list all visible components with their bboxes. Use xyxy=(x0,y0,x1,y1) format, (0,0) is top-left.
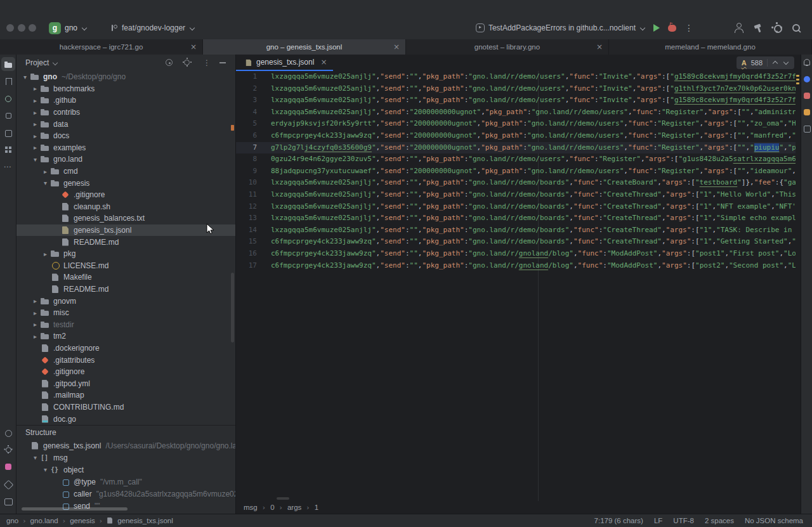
breadcrumb-item[interactable]: 1 xyxy=(315,504,318,511)
bookmarks-tool-window-button[interactable] xyxy=(1,74,15,88)
tree-item-cmd[interactable]: ▸cmd xyxy=(16,166,235,178)
code-line-15[interactable]: 15c6fmpcprgey4ck233jaww9zq","send":"","p… xyxy=(236,236,796,248)
nav-item[interactable]: gno xyxy=(6,517,18,524)
dependencies-tool-window-button[interactable] xyxy=(801,123,812,134)
json-schema[interactable]: No JSON schema xyxy=(745,517,803,524)
editor-tab-genesis-txs[interactable]: genesis_txs.jsonl × xyxy=(236,55,333,71)
tree-item-contributing-md[interactable]: CONTRIBUTING.md xyxy=(16,401,235,413)
tree-item-caller[interactable]: caller"g1us8428u2a5satrlxzagqqa5m6vmuze0… xyxy=(16,488,235,500)
tree-item-examples[interactable]: ▸examples xyxy=(16,142,235,154)
debug-button[interactable] xyxy=(668,25,676,32)
notifications-tool-window-button[interactable] xyxy=(801,57,812,68)
line-number[interactable]: 4 xyxy=(236,107,257,119)
pull-requests-tool-window-button[interactable] xyxy=(1,108,15,122)
line-number[interactable]: 9 xyxy=(236,166,257,178)
grid-tool-window-button[interactable] xyxy=(1,143,15,157)
chevron-right-icon[interactable]: ▸ xyxy=(30,120,40,127)
code-area[interactable]: 1lxzagqqa5m6vmuze025anjlj","send":"","pk… xyxy=(236,71,796,501)
window-tab[interactable]: gnotest – library.gno× xyxy=(406,39,609,55)
code-line-4[interactable]: 4lxzagqqa5m6vmuze025anjlj","send":"20000… xyxy=(236,107,796,119)
project-widget[interactable]: g gno xyxy=(49,22,87,34)
chevron-down-icon[interactable]: ▾ xyxy=(30,454,40,461)
inspection-widget[interactable]: A 588 xyxy=(737,56,794,69)
line-number[interactable]: 17 xyxy=(236,260,257,272)
error-stripe[interactable] xyxy=(796,71,801,501)
tree-item-gno[interactable]: ▾gno~/Desktop/gno/gno xyxy=(16,71,235,83)
code-line-6[interactable]: 6c6fmpcprgey4ck233jaww9zq","send":"20000… xyxy=(236,130,796,142)
tree-item-misc[interactable]: ▸misc xyxy=(16,307,235,319)
tree-item-docs[interactable]: ▸docs xyxy=(16,130,235,142)
tree-item-doc-go[interactable]: doc.go xyxy=(16,413,235,425)
tree-item--gitattributes[interactable]: .gitattributes xyxy=(16,354,235,366)
run-button[interactable] xyxy=(653,24,660,32)
line-number[interactable]: 14 xyxy=(236,224,257,237)
tree-item-pkg[interactable]: ▸pkg xyxy=(16,248,235,260)
chevron-right-icon[interactable]: ▸ xyxy=(30,133,40,140)
code-line-1[interactable]: 1lxzagqqa5m6vmuze025anjlj","send":"","pk… xyxy=(236,71,796,83)
code-with-me-icon[interactable] xyxy=(734,23,745,34)
problems-tool-window-button[interactable] xyxy=(1,477,15,491)
tree-item-gno-land[interactable]: ▾gno.land xyxy=(16,153,235,166)
line-number[interactable]: 7 xyxy=(236,142,257,154)
chevron-down-icon[interactable]: ▾ xyxy=(41,466,50,473)
code-line-14[interactable]: 14lxzagqqa5m6vmuze025anjlj","send":"","p… xyxy=(236,224,796,237)
scrollbar-thumb[interactable] xyxy=(231,273,234,342)
chevron-down-icon[interactable]: ▾ xyxy=(41,179,50,186)
caret-position[interactable]: 7:179 (6 chars) xyxy=(594,517,643,524)
chevron-down-icon[interactable]: ▾ xyxy=(30,156,40,163)
code-line-5[interactable]: 5erdyajp9ksvjsf20rk5y9rtt","send":"20000… xyxy=(236,118,796,130)
code-line-13[interactable]: 13lxzagqqa5m6vmuze025anjlj","send":"","p… xyxy=(236,212,796,224)
chevron-right-icon[interactable]: ▸ xyxy=(30,309,40,316)
line-number[interactable]: 16 xyxy=(236,248,257,260)
code-line-16[interactable]: 16c6fmpcprgey4ck233jaww9zq","send":"","p… xyxy=(236,248,796,260)
locate-icon[interactable] xyxy=(164,58,174,68)
run-configuration-widget[interactable]: TestAddPackageErrors in github.c...nocli… xyxy=(476,23,645,32)
indent[interactable]: 2 spaces xyxy=(705,517,734,524)
line-number[interactable]: 3 xyxy=(236,94,257,107)
code-line-9[interactable]: 988jadqpucng37yxutucuwaef","send":"20000… xyxy=(236,166,796,178)
warning-mark[interactable] xyxy=(796,79,799,81)
breadcrumb-item[interactable]: 0 xyxy=(270,504,274,511)
more-tool-window-button[interactable] xyxy=(1,160,15,174)
window-tab[interactable]: memeland – memeland.gno xyxy=(609,39,812,55)
close-window-button[interactable] xyxy=(6,24,14,32)
tree-item--dockerignore[interactable]: .dockerignore xyxy=(16,342,235,355)
line-number[interactable]: 1 xyxy=(236,71,257,83)
line-number[interactable]: 11 xyxy=(236,189,257,201)
settings-gear-icon[interactable] xyxy=(772,23,783,34)
services-tool-window-button[interactable] xyxy=(1,126,15,140)
tree-item-object[interactable]: ▾object xyxy=(16,464,235,476)
nav-item[interactable]: gno.land xyxy=(30,517,58,524)
previous-problem-icon[interactable] xyxy=(772,60,778,66)
chevron-down-icon[interactable]: ▾ xyxy=(20,74,30,81)
code-line-8[interactable]: 80gzu24r9e4n62ggye230zuv5","send":"","pk… xyxy=(236,153,796,166)
tree-item-genesis-balances-txt[interactable]: genesis_balances.txt xyxy=(16,212,235,224)
vcs-widget[interactable]: feat/gnodev-logger xyxy=(110,23,195,32)
code-line-17[interactable]: 17c6fmpcprgey4ck233jaww9zq","send":"","p… xyxy=(236,260,796,272)
breadcrumb-item[interactable]: msg xyxy=(244,504,258,511)
tree-item-data[interactable]: ▸data xyxy=(16,118,235,130)
chevron-right-icon[interactable]: ▸ xyxy=(30,97,40,104)
close-icon[interactable]: × xyxy=(320,58,327,67)
chevron-right-icon[interactable]: ▸ xyxy=(30,109,40,116)
chevron-right-icon[interactable]: ▸ xyxy=(41,168,50,175)
line-number[interactable]: 13 xyxy=(236,212,257,224)
database-tool-window-button[interactable] xyxy=(801,107,812,117)
window-tab[interactable]: hackerspace – igrc721.go× xyxy=(0,39,203,55)
editor-horizontal-scrollbar[interactable] xyxy=(277,497,289,500)
chevron-right-icon[interactable]: ▸ xyxy=(30,144,40,151)
chevron-down-icon[interactable] xyxy=(52,60,58,66)
tree-item-testdir[interactable]: ▸testdir xyxy=(16,318,235,330)
tree-item-genesis[interactable]: ▾genesis xyxy=(16,177,235,189)
line-number[interactable]: 2 xyxy=(236,83,257,95)
settings-icon[interactable] xyxy=(182,58,192,68)
close-icon[interactable]: × xyxy=(393,42,400,51)
tree-item-cleanup-sh[interactable]: cleanup.sh xyxy=(16,201,235,213)
commit-tool-window-button[interactable] xyxy=(1,91,15,105)
build-tool-window-button[interactable] xyxy=(1,426,15,439)
build-icon[interactable] xyxy=(753,23,764,34)
tree-item-gnovm[interactable]: ▸gnovm xyxy=(16,295,235,307)
tree-item-genesis-txs-jsonl[interactable]: genesis_txs.jsonl/Users/sasurai/Desktop/… xyxy=(16,439,235,452)
line-number[interactable]: 10 xyxy=(236,177,257,189)
horizontal-scrollbar[interactable] xyxy=(22,507,128,511)
